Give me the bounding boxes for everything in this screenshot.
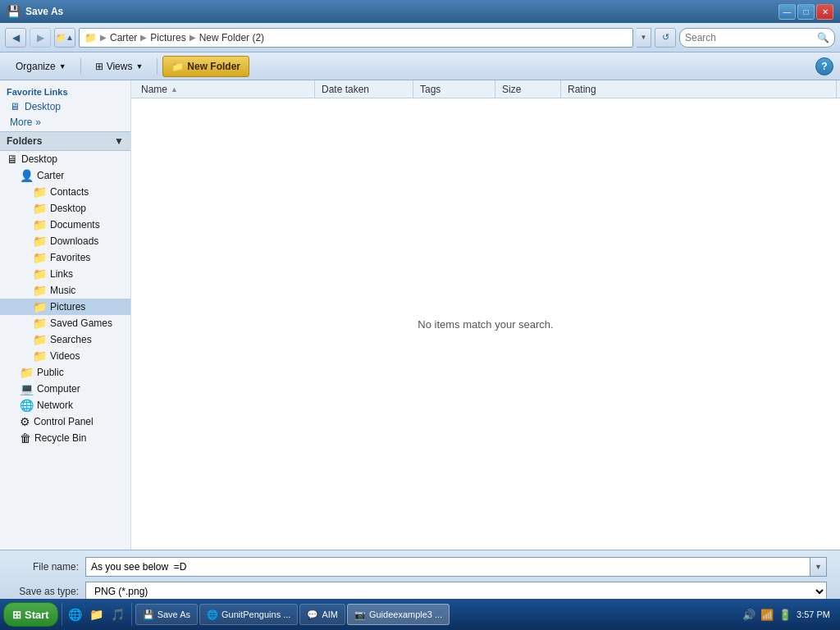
filename-dropdown-button[interactable]: ▼ xyxy=(810,557,827,577)
taskbar-item-save-as[interactable]: 💾Save As xyxy=(135,604,198,625)
taskbar-item-icon: 📷 xyxy=(354,609,366,620)
help-label: ? xyxy=(821,61,827,72)
tree-item-label: Carter xyxy=(37,170,64,181)
tray-network-icon[interactable]: 📶 xyxy=(760,609,774,621)
tree-item-desktop[interactable]: 📁Desktop xyxy=(0,200,130,217)
tree-item-label: Public xyxy=(37,367,64,378)
tree-item-label: Videos xyxy=(50,350,80,362)
tree-item-desktop[interactable]: 🖥Desktop xyxy=(0,151,130,167)
tree-item-links[interactable]: 📁Links xyxy=(0,266,130,282)
search-input[interactable] xyxy=(685,32,814,43)
title-bar-controls: — □ ✕ xyxy=(778,4,833,20)
tree-item-searches[interactable]: 📁Searches xyxy=(0,331,130,348)
tree-item-label: Favorites xyxy=(50,252,90,263)
tree-item-label: Recycle Bin xyxy=(34,432,86,444)
ql-media-button[interactable]: 🎵 xyxy=(108,605,128,624)
more-arrow-icon: » xyxy=(35,116,41,128)
col-tags-label: Tags xyxy=(420,84,441,95)
taskbar-item-guideexample3----[interactable]: 📷Guideexample3 ... xyxy=(347,604,450,625)
path-arrow-1: ▶ xyxy=(100,33,107,42)
tree-item-icon: 📁 xyxy=(33,349,47,363)
taskbar-sep-ql xyxy=(131,603,132,626)
tree-item-icon: 📁 xyxy=(33,185,47,199)
col-header-name[interactable]: Name ▲ xyxy=(135,80,315,98)
help-button[interactable]: ? xyxy=(815,57,833,75)
taskbar-item-label: Guideexample3 ... xyxy=(369,609,442,619)
tree-item-network[interactable]: 🌐Network xyxy=(0,397,130,413)
tree-item-carter[interactable]: 👤Carter xyxy=(0,167,130,184)
tree-item-recycle-bin[interactable]: 🗑Recycle Bin xyxy=(0,430,130,446)
tray-battery-icon[interactable]: 🔋 xyxy=(778,609,792,621)
taskbar-item-icon: 🌐 xyxy=(207,609,218,620)
tree-item-public[interactable]: 📁Public xyxy=(0,364,130,381)
col-header-rating[interactable]: Rating xyxy=(561,80,837,98)
more-link[interactable]: More » xyxy=(0,115,130,131)
search-icon[interactable]: 🔍 xyxy=(817,32,829,43)
col-header-size[interactable]: Size xyxy=(495,80,561,98)
start-button[interactable]: ⊞ Start xyxy=(3,602,58,627)
taskbar-items: 💾Save As🌐GunitPenguins ...💬AIM📷Guideexam… xyxy=(135,604,450,625)
col-header-tags[interactable]: Tags xyxy=(413,80,495,98)
organize-button[interactable]: Organize ▼ xyxy=(7,56,75,77)
forward-button[interactable]: ▶ xyxy=(30,28,51,48)
views-arrow-icon: ▼ xyxy=(135,62,143,71)
tree-item-label: Computer xyxy=(37,383,80,395)
tree-item-contacts[interactable]: 📁Contacts xyxy=(0,184,130,200)
taskbar-item-icon: 💬 xyxy=(307,609,318,620)
tree-item-control-panel[interactable]: ⚙Control Panel xyxy=(0,413,130,430)
tree-item-favorites[interactable]: 📁Favorites xyxy=(0,249,130,266)
refresh-button[interactable]: ↺ xyxy=(655,28,676,48)
empty-message: No items match your search. xyxy=(418,318,553,331)
ql-explorer-button[interactable]: 📁 xyxy=(87,605,107,624)
filename-label: File name: xyxy=(13,561,79,573)
new-folder-button[interactable]: 📁 New Folder xyxy=(162,56,249,77)
views-button[interactable]: ⊞ Views ▼ xyxy=(86,56,153,77)
taskbar-right: 🔊 📶 🔋 3:57 PM xyxy=(742,609,837,621)
path-icon: 📁 xyxy=(84,32,97,43)
tree-item-downloads[interactable]: 📁Downloads xyxy=(0,233,130,249)
tree-item-label: Control Panel xyxy=(34,416,94,427)
path-pictures[interactable]: Pictures xyxy=(150,32,185,43)
system-clock: 3:57 PM xyxy=(797,609,830,619)
tray-volume-icon[interactable]: 🔊 xyxy=(742,609,756,621)
filetype-label: Save as type: xyxy=(13,586,79,597)
search-box: 🔍 xyxy=(679,28,835,48)
tree-item-icon: 📁 xyxy=(33,300,47,313)
taskbar: ⊞ Start 🌐 📁 🎵 💾Save As🌐GunitPenguins ...… xyxy=(0,599,840,630)
tree-item-label: Pictures xyxy=(50,301,85,313)
desktop-favorite-link[interactable]: 🖥 Desktop xyxy=(0,98,130,115)
tree-item-videos[interactable]: 📁Videos xyxy=(0,348,130,364)
address-dropdown-button[interactable]: ▼ xyxy=(637,28,651,48)
quick-launch: 🌐 📁 🎵 xyxy=(66,605,128,624)
filename-input[interactable] xyxy=(85,557,810,577)
close-button[interactable]: ✕ xyxy=(816,4,833,20)
minimize-button[interactable]: — xyxy=(778,4,796,20)
address-path[interactable]: 📁 ▶ Carter ▶ Pictures ▶ New Folder (2) xyxy=(79,28,633,48)
tree-item-saved-games[interactable]: 📁Saved Games xyxy=(0,315,130,331)
tree-item-label: Desktop xyxy=(21,153,57,165)
tree-item-music[interactable]: 📁Music xyxy=(0,282,130,299)
path-folder[interactable]: New Folder (2) xyxy=(199,32,264,43)
tree-item-icon: 📁 xyxy=(20,366,34,379)
back-button[interactable]: ◀ xyxy=(5,28,26,48)
organize-arrow-icon: ▼ xyxy=(59,62,66,71)
filename-row: File name: ▼ xyxy=(13,557,827,577)
tree-item-pictures[interactable]: 📁Pictures xyxy=(0,299,130,315)
new-folder-icon: 📁 xyxy=(171,61,184,72)
up-button[interactable]: 📁▲ xyxy=(54,28,75,48)
folders-header[interactable]: Folders ▼ xyxy=(0,131,130,151)
path-carter[interactable]: Carter xyxy=(110,32,137,43)
col-header-date[interactable]: Date taken xyxy=(315,80,413,98)
tree-item-documents[interactable]: 📁Documents xyxy=(0,217,130,233)
tree-item-icon: 🖥 xyxy=(7,153,18,166)
filename-input-container: ▼ xyxy=(85,557,827,577)
tree-item-computer[interactable]: 💻Computer xyxy=(0,381,130,397)
path-arrow-3: ▶ xyxy=(189,33,196,42)
taskbar-item-aim[interactable]: 💬AIM xyxy=(299,604,345,625)
col-size-label: Size xyxy=(502,84,521,95)
folders-arrow-icon: ▼ xyxy=(114,135,124,147)
ql-ie-button[interactable]: 🌐 xyxy=(66,605,85,624)
window-icon: 💾 xyxy=(7,5,21,18)
taskbar-item-gunitpenguins----[interactable]: 🌐GunitPenguins ... xyxy=(199,604,298,625)
maximize-button[interactable]: □ xyxy=(797,4,815,20)
